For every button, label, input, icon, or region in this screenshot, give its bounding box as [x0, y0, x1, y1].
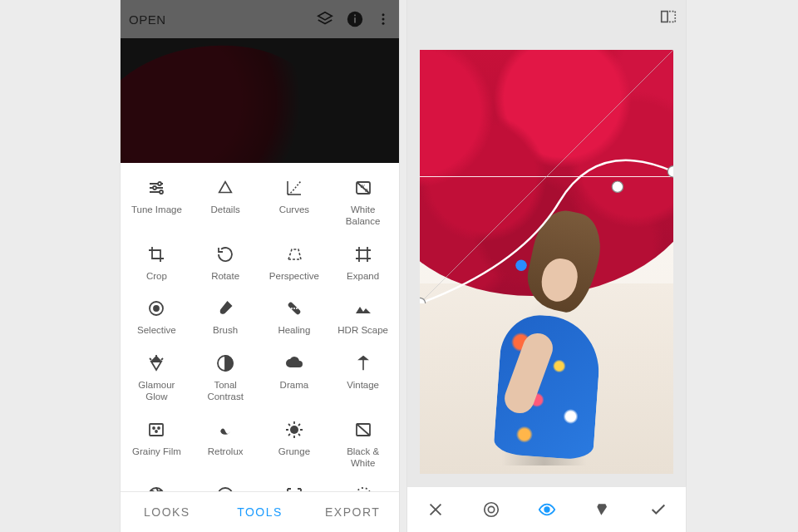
tool-label: Perspective — [269, 271, 319, 283]
vintage-icon — [352, 352, 375, 375]
tool-label: Details — [211, 204, 240, 216]
tool-grunge[interactable]: Grunge — [260, 413, 329, 480]
tool-label: Retrolux — [208, 446, 244, 458]
svg-point-40 — [488, 506, 494, 512]
phone-tools-screen: OPEN Tune Image — [121, 0, 399, 532]
crop-icon — [145, 243, 168, 266]
svg-point-8 — [160, 190, 163, 194]
tool-label: White Balance — [346, 204, 381, 228]
tool-label: Grunge — [278, 446, 310, 458]
tab-tools[interactable]: TOOLS — [214, 492, 307, 532]
tool-label: Rotate — [211, 271, 239, 283]
svg-rect-20 — [150, 424, 163, 436]
visibility-button[interactable] — [530, 493, 564, 526]
svg-point-41 — [544, 507, 549, 512]
svg-point-18 — [296, 308, 298, 309]
svg-point-24 — [290, 426, 298, 434]
svg-point-23 — [155, 431, 157, 432]
bottom-tabs: LOOKS TOOLS EXPORT — [121, 491, 399, 532]
hdr-scape-icon — [352, 297, 375, 320]
tool-tonal-contrast[interactable]: Tonal Contrast — [191, 347, 260, 413]
tool-label: HDR Scape — [337, 325, 388, 337]
tool-black-white[interactable]: Black & White — [328, 413, 397, 480]
glamour-glow-icon — [145, 352, 168, 375]
tool-healing[interactable]: Healing — [260, 292, 329, 347]
tool-glamour-glow[interactable]: Glamour Glow — [122, 347, 191, 413]
tool-selective[interactable]: Selective — [122, 292, 191, 347]
rotate-icon — [214, 243, 237, 266]
svg-point-39 — [484, 503, 498, 517]
svg-rect-32 — [662, 12, 667, 22]
tool-label: Tonal Contrast — [207, 380, 243, 403]
curves-icon — [283, 176, 306, 200]
tool-rotate[interactable]: Rotate — [191, 238, 260, 293]
tune-icon — [145, 176, 168, 200]
svg-text:B: B — [365, 188, 368, 193]
expand-icon — [352, 243, 375, 266]
tool-label: Brush — [213, 325, 238, 337]
tab-looks[interactable]: LOOKS — [121, 492, 214, 532]
tool-drama[interactable]: Drama — [260, 347, 329, 413]
healing-icon — [283, 297, 306, 320]
tool-label: Tune Image — [131, 204, 182, 216]
curves-canvas[interactable] — [420, 50, 673, 474]
phone-curves-screen — [407, 0, 686, 532]
close-button[interactable] — [419, 493, 452, 526]
tool-label: Healing — [278, 325, 310, 337]
confirm-button[interactable] — [642, 493, 675, 526]
tool-label: Drama — [280, 380, 309, 392]
tool-curves[interactable]: Curves — [260, 171, 329, 238]
tool-grainy-film[interactable]: Grainy Film — [122, 413, 191, 480]
drama-icon — [283, 352, 306, 375]
tool-expand[interactable]: Expand — [328, 238, 397, 293]
tool-white-balance[interactable]: WB White Balance — [328, 171, 397, 238]
channel-button[interactable] — [586, 493, 619, 526]
svg-point-21 — [153, 427, 155, 429]
tool-crop[interactable]: Crop — [122, 238, 191, 293]
tool-hdr-scape[interactable]: HDR Scape — [328, 292, 397, 347]
svg-point-22 — [158, 427, 160, 429]
tools-grid: Tune Image Details Curves WB White Balan… — [121, 163, 399, 492]
tool-tune-image[interactable]: Tune Image — [122, 171, 191, 238]
perspective-icon — [283, 243, 306, 266]
histogram-button[interactable] — [475, 493, 508, 526]
black-white-icon — [352, 418, 375, 441]
scrim-overlay — [121, 0, 399, 163]
tool-brush[interactable]: Brush — [191, 292, 260, 347]
photo-preview — [420, 50, 673, 474]
tool-label: Black & White — [347, 446, 379, 470]
curves-topbar — [407, 0, 686, 33]
tool-label: Expand — [347, 271, 379, 283]
svg-point-7 — [153, 186, 156, 190]
tool-label: Crop — [146, 271, 167, 283]
curves-bottom-bar — [407, 486, 686, 532]
tool-retrolux[interactable]: Retrolux — [191, 413, 260, 480]
brush-icon — [214, 297, 237, 320]
svg-rect-12 — [359, 250, 367, 259]
tonal-contrast-icon — [214, 352, 237, 375]
tool-label: Vintage — [347, 380, 379, 392]
svg-point-17 — [293, 308, 295, 309]
tool-label: Curves — [279, 204, 309, 216]
svg-point-6 — [158, 182, 161, 185]
tool-label: Grainy Film — [132, 446, 181, 458]
retrolux-icon — [214, 418, 237, 441]
svg-point-16 — [291, 308, 293, 309]
tool-perspective[interactable]: Perspective — [260, 238, 329, 293]
tool-vintage[interactable]: Vintage — [328, 347, 397, 413]
white-balance-icon: WB — [352, 176, 375, 200]
grunge-icon — [283, 418, 306, 441]
grainy-film-icon — [145, 418, 168, 441]
tool-label: Selective — [137, 325, 176, 337]
tool-label: Glamour Glow — [138, 380, 175, 403]
tool-details[interactable]: Details — [191, 171, 260, 238]
svg-point-14 — [154, 306, 159, 311]
selective-icon — [145, 297, 168, 320]
details-icon — [214, 176, 237, 200]
tab-export[interactable]: EXPORT — [306, 492, 399, 532]
compare-icon[interactable] — [659, 7, 677, 26]
